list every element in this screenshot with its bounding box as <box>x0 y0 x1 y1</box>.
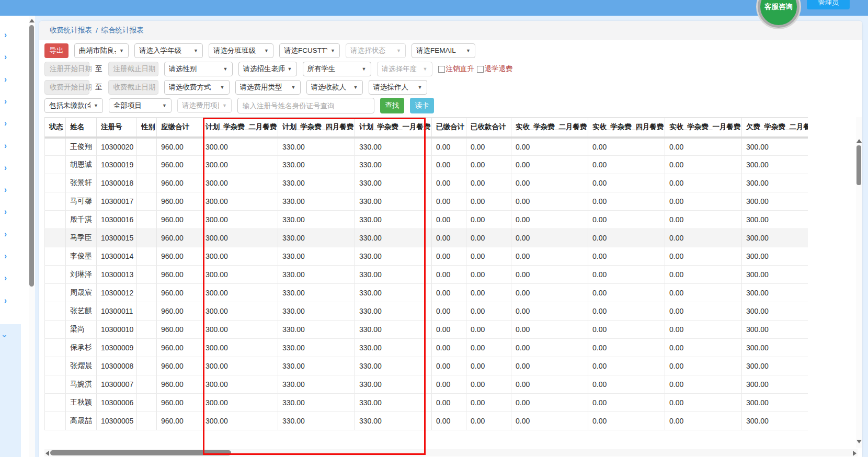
pay-method-dropdown[interactable]: 请选收费方式▼ <box>164 80 230 95</box>
register-start-date-input[interactable]: 注册开始日期 <box>44 62 89 76</box>
sidebar-item[interactable]: › <box>4 273 15 283</box>
table-cell <box>45 138 66 156</box>
sidebar-scrollbar-thumb[interactable] <box>29 25 34 287</box>
caret-down-icon: ▼ <box>396 48 401 53</box>
table-row[interactable]: 梁尚10300010960.00300.00330.00330.000.000.… <box>45 321 808 339</box>
table-row[interactable]: 高晟喆10300005960.00300.00330.00330.000.000… <box>45 412 808 430</box>
operator-dropdown[interactable]: 请选操作人▼ <box>369 80 427 95</box>
table-row[interactable]: 周晟宸10300012960.00300.00330.00330.000.000… <box>45 284 808 302</box>
include-unpaid-dropdown[interactable]: 包括未缴款(全部)▼ <box>44 98 103 113</box>
table-cell: 960.00 <box>157 174 201 192</box>
sidebar-item[interactable]: › <box>4 30 15 40</box>
all-items-dropdown[interactable]: 全部项目▼ <box>109 98 172 113</box>
checkbox-icon[interactable] <box>477 66 484 73</box>
sidebar-item[interactable]: › <box>4 74 15 85</box>
admin-button[interactable]: 管理员 <box>807 0 850 9</box>
school-dropdown[interactable]: 曲靖市陆良县中枢▼ <box>74 43 129 58</box>
table-row[interactable]: 保承杉10300009960.00300.00330.00330.000.000… <box>45 339 808 357</box>
recruiter-dropdown[interactable]: 请选招生老师▼ <box>238 62 297 76</box>
vertical-scrollbar-thumb[interactable] <box>856 145 861 185</box>
table-row[interactable]: 殷千淇10300016960.00300.00330.00330.000.000… <box>45 211 808 229</box>
table-cell: 10300017 <box>97 192 137 211</box>
sidebar-scrollbar[interactable] <box>29 16 35 457</box>
scroll-left-icon[interactable] <box>45 451 49 456</box>
table-cell: 300.00 <box>201 211 278 229</box>
sidebar-item[interactable]: › <box>4 251 15 261</box>
table-row[interactable]: 马婉淇10300007960.00300.00330.00330.000.000… <box>45 375 808 394</box>
breadcrumb-section-link[interactable]: 收费统计报表 <box>50 26 92 35</box>
fee-type-dropdown[interactable]: 请选费用类型▼ <box>235 80 301 95</box>
table-cell: 960.00 <box>157 156 201 174</box>
horizontal-scrollbar[interactable] <box>44 449 858 456</box>
fee-start-date-input[interactable]: 收费开始日期 <box>44 80 89 95</box>
table-cell: 0.00 <box>665 138 742 156</box>
search-button[interactable]: 查找 <box>380 98 404 113</box>
scroll-up-icon[interactable] <box>29 19 35 22</box>
column-header: 计划_学杂费_二月餐费 <box>201 118 278 138</box>
table-cell: 300.00 <box>742 375 808 394</box>
table-cell: 李俊墨 <box>66 247 97 266</box>
sidebar-item[interactable]: › <box>4 163 15 173</box>
sidebar-item[interactable]: › <box>4 295 15 306</box>
sidebar-item[interactable]: › <box>4 96 15 107</box>
table-row[interactable]: 马季臣10300015960.00300.00330.00330.000.000… <box>45 229 808 247</box>
cancel-promote-checkbox[interactable]: 注销直升 <box>438 64 474 74</box>
sidebar-item[interactable]: › <box>4 52 15 62</box>
withdraw-refund-checkbox[interactable]: 退学退费 <box>477 64 513 74</box>
horizontal-scrollbar-thumb[interactable] <box>50 450 231 455</box>
search-input[interactable] <box>237 98 374 113</box>
fee-end-date-placeholder: 收费截止日期 <box>113 83 156 92</box>
table-cell: 马季臣 <box>66 229 97 247</box>
table-row[interactable]: 张熠晨10300008960.00300.00330.00330.000.000… <box>45 357 808 375</box>
table-row[interactable]: 胡恩诚10300019960.00300.00330.00330.000.000… <box>45 156 808 174</box>
table-cell: 960.00 <box>157 339 201 357</box>
withdraw-refund-label: 退学退费 <box>485 64 513 74</box>
sidebar-item[interactable]: › <box>4 229 15 239</box>
sidebar-item[interactable]: › <box>4 141 15 151</box>
table-row[interactable]: 马可馨10300017960.00300.00330.00330.000.000… <box>45 192 808 211</box>
table-cell: 330.00 <box>355 284 432 302</box>
table-row[interactable]: 张景轩10300018960.00300.00330.00330.000.000… <box>45 174 808 192</box>
femail-dropdown[interactable]: 请选FEMAIL▼ <box>412 43 475 58</box>
table-cell: 刘琳泽 <box>66 266 97 284</box>
sidebar-item[interactable]: › <box>4 207 15 217</box>
enrollment-grade-dropdown[interactable]: 请选入学年级▼ <box>134 43 203 58</box>
class-dropdown[interactable]: 请选分班班级▼ <box>209 43 273 58</box>
register-end-date-input[interactable]: 注册截止日期 <box>108 62 158 76</box>
vertical-scrollbar[interactable] <box>856 117 862 448</box>
sidebar-item-expanded[interactable]: › <box>0 324 21 457</box>
student-scope-dropdown[interactable]: 所有学生▼ <box>303 62 371 76</box>
chevron-right-icon: › <box>4 29 7 39</box>
payee-dropdown[interactable]: 请选收款人▼ <box>306 80 363 95</box>
table-cell: 0.00 <box>466 211 511 229</box>
table-row[interactable]: 李俊墨10300014960.00300.00330.00330.000.000… <box>45 247 808 266</box>
gender-dropdown[interactable]: 请选性别▼ <box>164 62 233 76</box>
scroll-right-icon[interactable] <box>853 451 856 456</box>
read-card-button[interactable]: 读卡 <box>410 98 434 113</box>
table-cell <box>137 229 157 247</box>
export-button[interactable]: 导出 <box>44 43 68 58</box>
fee-end-date-input[interactable]: 收费截止日期 <box>108 80 158 95</box>
table-cell: 0.00 <box>511 394 588 412</box>
table-cell <box>45 321 66 339</box>
table-row[interactable]: 张艺麒10300011960.00300.00330.00330.000.000… <box>45 302 808 321</box>
scroll-down-icon[interactable] <box>856 440 862 443</box>
table-cell: 330.00 <box>355 321 432 339</box>
table-row[interactable]: 王秋颖10300006960.00300.00330.00330.000.000… <box>45 394 808 412</box>
table-row[interactable]: 刘琳泽10300013960.00300.00330.00330.000.000… <box>45 266 808 284</box>
checkbox-icon[interactable] <box>438 66 445 73</box>
sidebar-item[interactable]: › <box>4 185 15 195</box>
table-cell: 10300012 <box>97 284 137 302</box>
table-row[interactable]: 王俊翔10300020960.00300.00330.00330.000.000… <box>45 138 808 156</box>
register-start-date-placeholder: 注册开始日期 <box>50 64 92 74</box>
table-cell <box>45 229 66 247</box>
table-cell: 330.00 <box>278 375 355 394</box>
sidebar-item[interactable]: › <box>4 118 15 129</box>
breadcrumb-page-link[interactable]: 综合统计报表 <box>101 26 144 35</box>
table-cell: 0.00 <box>588 339 665 357</box>
scroll-up-icon[interactable] <box>856 139 862 143</box>
column-header: 已缴合计 <box>432 118 466 138</box>
table-cell: 330.00 <box>355 192 432 211</box>
table-cell <box>45 302 66 321</box>
fcusttyp-dropdown[interactable]: 请选FCUSTTYP▼ <box>279 43 340 58</box>
